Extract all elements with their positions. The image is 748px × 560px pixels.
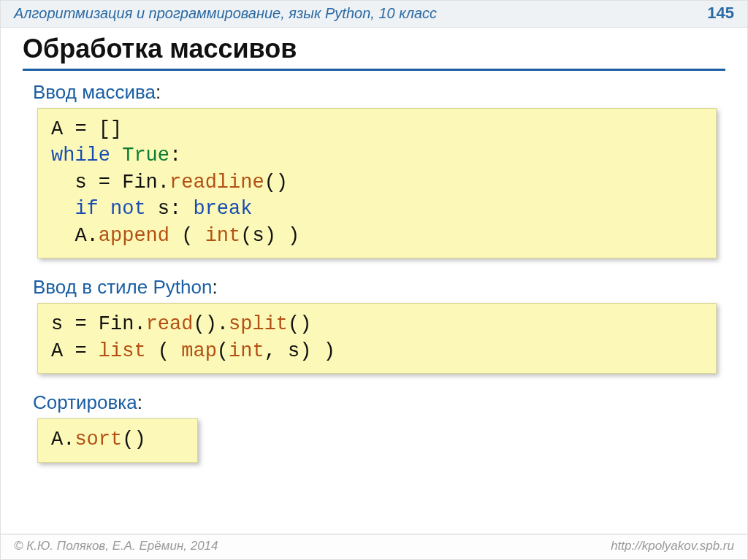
code-text bbox=[110, 145, 122, 166]
slide-header: Алгоритмизация и программирование, язык … bbox=[1, 1, 747, 28]
code-text: ( bbox=[146, 340, 182, 362]
code-text: (). bbox=[193, 313, 229, 335]
keyword-not: not bbox=[110, 198, 146, 220]
code-block-2: s = Fin.read().split() A = list ( map(in… bbox=[37, 303, 717, 374]
colon: : bbox=[212, 276, 217, 298]
indent bbox=[51, 225, 75, 247]
code-text: () bbox=[122, 429, 145, 450]
section-label-sort: Сортировка: bbox=[33, 391, 725, 414]
code-text: () bbox=[264, 172, 288, 193]
slide-footer: © К.Ю. Поляков, Е.А. Ерёмин, 2014 http:/… bbox=[1, 534, 747, 559]
fn-append: append bbox=[99, 225, 169, 247]
code-text: ( bbox=[169, 225, 205, 247]
page-number: 145 bbox=[707, 4, 734, 23]
code-text: A. bbox=[51, 429, 75, 450]
fn-readline: readline bbox=[169, 172, 264, 193]
keyword-while: while bbox=[51, 145, 110, 166]
fn-list: list bbox=[99, 340, 146, 362]
code-text: A = [] bbox=[51, 118, 122, 140]
code-block-3: A.sort() bbox=[37, 418, 198, 462]
code-text bbox=[99, 198, 110, 220]
section-label-text: Ввод в стиле Python bbox=[33, 276, 212, 298]
slide-body: Обработка массивов Ввод массива: A = [] … bbox=[1, 28, 747, 534]
fn-int: int bbox=[229, 340, 264, 362]
fn-map: map bbox=[181, 340, 217, 362]
footer-authors: © К.Ю. Поляков, Е.А. Ерёмин, 2014 bbox=[14, 539, 218, 553]
keyword-if: if bbox=[75, 198, 98, 220]
fn-int: int bbox=[205, 225, 241, 247]
course-title: Алгоритмизация и программирование, язык … bbox=[14, 5, 437, 22]
indent bbox=[51, 172, 75, 193]
section-label-text: Сортировка bbox=[33, 391, 137, 413]
fn-split: split bbox=[229, 313, 288, 335]
literal-true: True bbox=[122, 145, 169, 166]
code-text: s = Fin. bbox=[75, 172, 169, 193]
colon: : bbox=[156, 81, 161, 103]
fn-sort: sort bbox=[75, 429, 122, 450]
code-text: () bbox=[288, 313, 311, 335]
code-text: (s) ) bbox=[240, 225, 299, 247]
code-text: ( bbox=[217, 340, 229, 362]
code-text: , s) ) bbox=[264, 340, 335, 362]
slide-title: Обработка массивов bbox=[23, 34, 725, 71]
slide: Алгоритмизация и программирование, язык … bbox=[0, 0, 748, 560]
code-text: : bbox=[169, 145, 181, 166]
code-text: s = Fin. bbox=[51, 313, 146, 335]
code-text: A = bbox=[51, 340, 99, 362]
section-label-text: Ввод массива bbox=[33, 81, 156, 103]
section-label-python-style: Ввод в стиле Python: bbox=[33, 276, 725, 299]
section-label-input: Ввод массива: bbox=[33, 81, 725, 104]
indent bbox=[51, 198, 75, 220]
fn-read: read bbox=[146, 313, 194, 335]
keyword-break: break bbox=[193, 198, 252, 220]
code-block-1: A = [] while True: s = Fin.readline() if… bbox=[37, 108, 717, 258]
code-text: A. bbox=[75, 225, 98, 247]
footer-url: http://kpolyakov.spb.ru bbox=[611, 539, 734, 553]
code-text: s: bbox=[146, 198, 194, 220]
colon: : bbox=[137, 391, 142, 413]
